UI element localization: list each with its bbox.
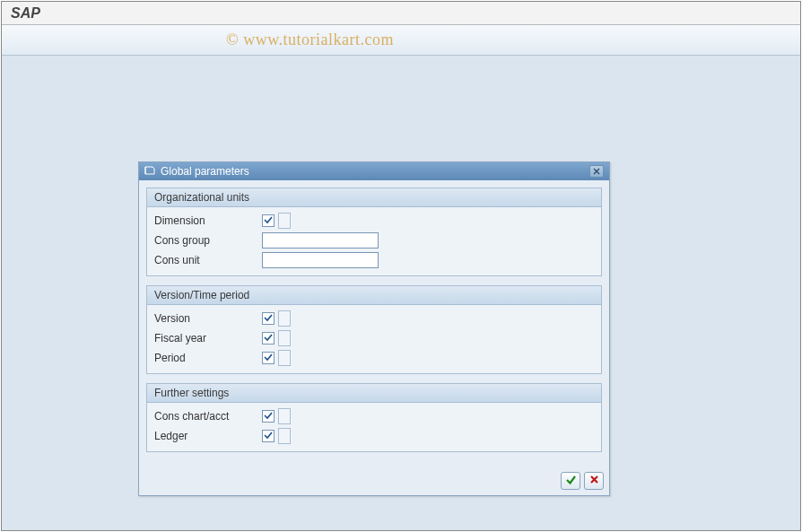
check-icon (264, 430, 273, 442)
dialog-title-bar: Global parameters (139, 162, 609, 180)
group-organizational-units: Organizational units Dimension Cons grou… (146, 188, 602, 276)
output-fiscal-year (278, 330, 291, 346)
checkbox-period[interactable] (262, 352, 275, 364)
app-title: SAP (11, 5, 40, 22)
row-cons-unit: Cons unit (154, 250, 594, 270)
output-version (278, 310, 291, 327)
checkbox-version[interactable] (262, 312, 275, 325)
global-parameters-dialog: Global parameters Organizational units D… (138, 161, 610, 496)
label-version: Version (154, 312, 262, 325)
row-cons-chart: Cons chart/acct (154, 406, 594, 426)
check-icon (264, 410, 273, 423)
output-ledger (278, 428, 291, 444)
cancel-button[interactable] (584, 472, 604, 490)
label-dimension: Dimension (154, 214, 262, 227)
dialog-footer (139, 468, 609, 495)
check-icon (565, 474, 577, 488)
checkbox-dimension[interactable] (262, 214, 275, 227)
label-fiscal-year: Fiscal year (154, 332, 262, 344)
dialog-close-button[interactable] (589, 165, 604, 178)
output-cons-chart (278, 408, 291, 424)
cancel-icon (588, 474, 600, 488)
output-period (278, 350, 291, 366)
close-icon (593, 165, 600, 178)
output-dimension (278, 213, 291, 229)
check-icon (264, 312, 273, 325)
row-cons-group: Cons group (154, 231, 594, 250)
label-period: Period (154, 352, 262, 364)
group-header-time: Version/Time period (147, 286, 601, 305)
label-cons-unit: Cons unit (154, 254, 262, 266)
dialog-title: Global parameters (161, 165, 584, 178)
input-cons-unit[interactable] (262, 252, 379, 268)
row-version: Version (154, 309, 594, 328)
label-cons-group: Cons group (154, 234, 262, 247)
checkbox-cons-chart[interactable] (262, 410, 275, 423)
check-icon (264, 332, 273, 344)
group-header-further: Further settings (147, 384, 601, 403)
dialog-open-icon (144, 165, 155, 179)
row-period: Period (154, 348, 594, 368)
label-cons-chart: Cons chart/acct (154, 410, 262, 423)
content-area: Global parameters Organizational units D… (2, 56, 800, 530)
group-version-time: Version/Time period Version Fiscal year (146, 285, 602, 374)
group-further-settings: Further settings Cons chart/acct Ledger (146, 383, 602, 452)
row-ledger: Ledger (154, 426, 594, 446)
check-icon (264, 214, 273, 227)
toolbar: © www.tutorialkart.com (2, 25, 800, 56)
app-title-bar: SAP (2, 2, 800, 25)
watermark: © www.tutorialkart.com (226, 31, 394, 49)
checkbox-fiscal-year[interactable] (262, 332, 275, 344)
checkbox-ledger[interactable] (262, 430, 275, 442)
check-icon (264, 352, 273, 364)
label-ledger: Ledger (154, 430, 262, 442)
group-header-org: Organizational units (147, 188, 601, 207)
row-fiscal-year: Fiscal year (154, 328, 594, 348)
row-dimension: Dimension (154, 211, 594, 231)
ok-button[interactable] (561, 472, 580, 490)
input-cons-group[interactable] (262, 232, 379, 249)
